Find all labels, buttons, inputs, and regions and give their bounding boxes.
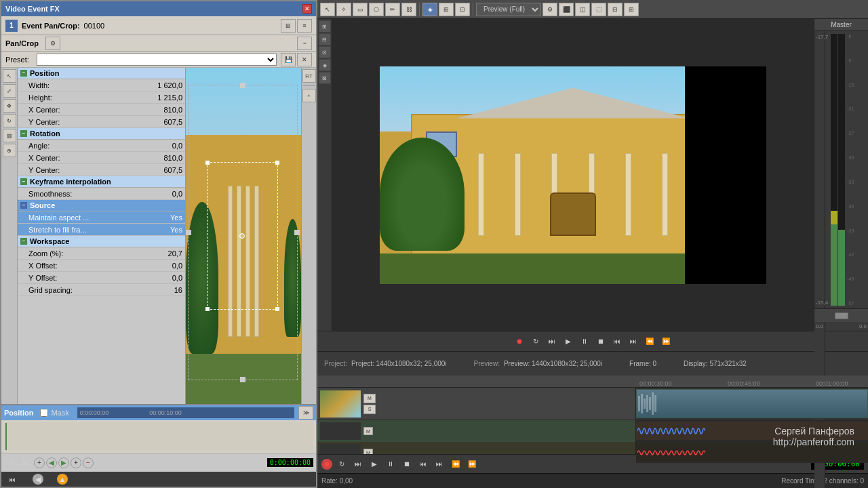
audio-track-2-content[interactable]: [636, 442, 868, 463]
select-tool-btn[interactable]: ▭: [353, 3, 368, 16]
prev-keyframe-button[interactable]: ◀: [46, 458, 57, 468]
record-button[interactable]: ⏺: [513, 335, 526, 348]
play-from-start-button[interactable]: ⏭: [545, 335, 559, 348]
height-value[interactable]: 1 215,0: [142, 94, 182, 102]
rot-y-center-value[interactable]: 607,5: [142, 166, 182, 174]
zoom-in-tool[interactable]: +: [302, 89, 316, 102]
add-keyframe-button[interactable]: +: [34, 458, 45, 468]
bottom-loop-btn[interactable]: ↻: [335, 458, 349, 471]
autoscroll-btn[interactable]: ⊡: [455, 3, 470, 16]
delete-preset-button[interactable]: ✕: [297, 53, 312, 66]
bottom-pause-btn[interactable]: ⏸: [384, 458, 397, 471]
link-tool-btn[interactable]: ⛓: [401, 3, 416, 16]
video-clip[interactable]: [636, 389, 868, 418]
smoothness-value[interactable]: 0,0: [142, 190, 182, 198]
bottom-prev-btn[interactable]: ⏮: [416, 458, 430, 471]
position-section-header[interactable]: − Position: [18, 68, 185, 79]
bottom-slow-btn[interactable]: ⏪: [449, 458, 462, 471]
envelope-tool-btn[interactable]: ✧: [336, 3, 351, 16]
fit-tool[interactable]: FIT: [302, 69, 316, 83]
bottom-next-btn[interactable]: ⏭: [433, 458, 446, 471]
expand-tool[interactable]: ⤢: [3, 84, 16, 98]
video-track-content[interactable]: [636, 388, 868, 420]
bottom-play-btn[interactable]: ▶: [368, 458, 381, 471]
audio-mute-button[interactable]: M: [363, 427, 373, 435]
bottom-play-start-btn[interactable]: ⏭: [351, 458, 365, 471]
ripple-btn[interactable]: ⊞: [439, 3, 454, 16]
preview-settings-btn[interactable]: ⚙: [542, 3, 557, 16]
audio-clip-1[interactable]: [636, 422, 868, 440]
nav-marker-button[interactable]: ▲: [57, 474, 68, 485]
preset-dropdown[interactable]: [37, 54, 277, 66]
zoom-tool-btn[interactable]: ⬡: [369, 3, 384, 16]
delete-keyframe-button[interactable]: −: [83, 458, 94, 468]
close-button[interactable]: ✕: [302, 4, 312, 14]
rewind-button[interactable]: ⏮: [4, 456, 18, 470]
stop-button[interactable]: ⏹: [594, 335, 608, 348]
width-value[interactable]: 1 620,0: [142, 81, 182, 89]
fast-play-button[interactable]: ⏩: [659, 335, 673, 348]
paint-tool-btn[interactable]: ✏: [385, 3, 400, 16]
stretch-fill-value[interactable]: Yes: [142, 226, 182, 234]
keyframe-scroll-button[interactable]: ≫: [298, 406, 313, 420]
maintain-aspect-value[interactable]: Yes: [142, 214, 182, 222]
side-icon-4[interactable]: ◈: [319, 59, 331, 71]
side-icon-1[interactable]: ⊞: [319, 20, 331, 33]
angle-value[interactable]: 0,0: [142, 142, 182, 150]
track-solo-button[interactable]: S: [363, 405, 376, 414]
side-icon-2[interactable]: ⊟: [319, 33, 331, 45]
save-preset-button[interactable]: 💾: [281, 53, 296, 66]
move-tool[interactable]: ✥: [3, 99, 16, 113]
x-center-value[interactable]: 810,0: [142, 106, 182, 114]
audio-track-1-content[interactable]: [636, 420, 868, 441]
preview-3-btn[interactable]: ◫: [575, 3, 590, 16]
zoom-value[interactable]: 20,7: [142, 249, 182, 258]
add-keyframe-2-button[interactable]: +: [71, 458, 81, 468]
prev-frame-button[interactable]: ⏮: [610, 335, 624, 348]
x-offset-value[interactable]: 0,0: [142, 262, 182, 270]
grid-value[interactable]: 16: [142, 286, 182, 294]
preview-6-btn[interactable]: ⊞: [624, 3, 639, 16]
play-button[interactable]: ▶: [19, 456, 33, 470]
preview-5-btn[interactable]: ⊟: [608, 3, 623, 16]
anchor-tool[interactable]: ⊕: [3, 144, 16, 157]
playhead[interactable]: [5, 423, 7, 450]
nav-left-button[interactable]: ◀: [33, 474, 43, 485]
list-view-button[interactable]: ≡: [297, 19, 312, 33]
fader-knob[interactable]: [835, 312, 848, 319]
bypass-button[interactable]: ~: [297, 37, 312, 50]
side-icon-3[interactable]: ⊡: [319, 46, 331, 58]
side-icon-5[interactable]: ⊠: [319, 72, 331, 84]
fx-rewind-button[interactable]: ⏮: [5, 472, 19, 486]
y-offset-value[interactable]: 0,0: [142, 274, 182, 282]
preview-4-btn[interactable]: ⬚: [591, 3, 606, 16]
grid-view-button[interactable]: ⊞: [281, 19, 296, 33]
next-keyframe-button[interactable]: ▶: [58, 458, 69, 468]
workspace-section-header[interactable]: − Workspace: [18, 236, 185, 247]
rotate-tool[interactable]: ↻: [3, 114, 16, 127]
canvas-preview[interactable]: [186, 68, 301, 404]
rotation-section-header[interactable]: − Rotation: [18, 128, 185, 140]
track-mute-button[interactable]: M: [363, 394, 376, 403]
slow-play-button[interactable]: ⏪: [643, 335, 656, 348]
snap-btn[interactable]: ◈: [422, 3, 437, 16]
next-frame-button[interactable]: ⏭: [627, 335, 640, 348]
y-center-value[interactable]: 607,5: [142, 118, 182, 126]
audio-clip-2[interactable]: [636, 443, 868, 462]
mask-checkbox[interactable]: [40, 409, 48, 417]
source-section-header[interactable]: − Source: [18, 200, 185, 211]
preview-2-btn[interactable]: ⬛: [559, 3, 574, 16]
bottom-fast-btn[interactable]: ⏩: [465, 458, 479, 471]
bottom-stop-btn[interactable]: ⏹: [400, 458, 414, 471]
cursor-tool[interactable]: ↖: [3, 69, 16, 83]
bottom-record-btn[interactable]: ⏺: [321, 459, 332, 470]
loop-button[interactable]: ↻: [529, 335, 542, 348]
keyframe-section-header[interactable]: − Keyframe interpolation: [18, 176, 185, 188]
crop-tool[interactable]: ▨: [3, 129, 16, 142]
cursor-tool-btn[interactable]: ↖: [320, 3, 335, 16]
pause-button[interactable]: ⏸: [578, 335, 591, 348]
rot-x-center-value[interactable]: 810,0: [142, 154, 182, 162]
pan-crop-settings-button[interactable]: ⚙: [45, 37, 60, 50]
play-preview-button[interactable]: ▶: [561, 335, 575, 348]
preview-mode-select[interactable]: Preview (Full): [476, 3, 541, 16]
